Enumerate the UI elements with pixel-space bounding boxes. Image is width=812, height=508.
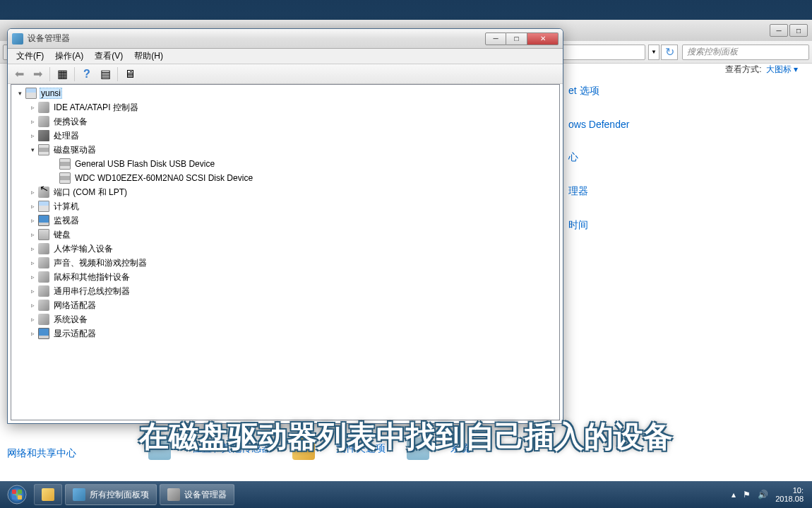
taskbar-item-device-manager[interactable]: 设备管理器 xyxy=(160,484,234,505)
tree-item[interactable]: ▾磁盘驱动器 xyxy=(13,143,558,157)
cpl-item-network-sharing[interactable]: 网络和共享中心 xyxy=(7,447,76,460)
cpl-item[interactable]: 理器 xyxy=(568,185,629,198)
menu-file[interactable]: 文件(F) xyxy=(11,49,49,64)
tree-label: 声音、视频和游戏控制器 xyxy=(52,256,148,270)
expand-arrow-icon[interactable]: ▾ xyxy=(16,89,24,98)
bg-minimize-button[interactable]: ─ xyxy=(770,24,788,37)
cpl-item[interactable]: 心 xyxy=(568,151,629,164)
view-mode-value[interactable]: 大图标 ▾ xyxy=(766,64,798,76)
expand-arrow-icon[interactable]: ▹ xyxy=(28,216,37,225)
svg-rect-1 xyxy=(12,490,16,494)
expand-arrow-icon[interactable]: ▹ xyxy=(28,259,37,267)
device-icon xyxy=(38,116,49,127)
dm-titlebar[interactable]: 设备管理器 ─ □ ✕ xyxy=(8,29,563,49)
svg-rect-4 xyxy=(18,495,22,500)
tree-label: 鼠标和其他指针设备 xyxy=(52,271,131,284)
menu-bar: 文件(F) 操作(A) 查看(V) 帮助(H) xyxy=(8,49,563,64)
tray-time: 10: xyxy=(775,486,804,495)
location-sensors-icon xyxy=(148,437,171,460)
tree-item[interactable]: ▹IDE ATA/ATAPI 控制器 xyxy=(13,100,558,114)
refresh-button[interactable]: ↻ xyxy=(661,45,678,60)
svg-rect-3 xyxy=(12,495,16,500)
tray-show-hidden-icon[interactable]: ▴ xyxy=(732,490,736,500)
expand-arrow-icon[interactable]: ▹ xyxy=(28,287,37,295)
nav-back-button[interactable]: ⬅ xyxy=(11,66,28,82)
device-tree[interactable]: ▾yunsi▹IDE ATA/ATAPI 控制器▹便携设备▹处理器▾磁盘驱动器G… xyxy=(11,84,560,420)
expand-arrow-icon[interactable]: ▹ xyxy=(28,103,37,112)
device-manager-window: 设备管理器 ─ □ ✕ 文件(F) 操作(A) 查看(V) 帮助(H) ⬅ ➡ … xyxy=(7,28,563,424)
tree-item[interactable]: ▾yunsi xyxy=(13,86,558,100)
tree-spacer xyxy=(49,160,58,168)
expand-arrow-icon[interactable]: ▹ xyxy=(28,273,37,281)
tree-item[interactable]: ▹鼠标和其他指针设备 xyxy=(13,270,558,284)
tree-item[interactable]: General USB Flash Disk USB Device xyxy=(13,157,558,171)
tree-item[interactable]: ▹计算机 xyxy=(13,199,558,213)
tree-item[interactable]: ▹系统设备 xyxy=(13,312,558,326)
tray-volume-icon[interactable]: 🔊 xyxy=(758,490,768,500)
nav-forward-button[interactable]: ➡ xyxy=(29,66,46,82)
tree-item[interactable]: ▹通用串行总线控制器 xyxy=(13,284,558,298)
tree-label: yunsi xyxy=(40,88,62,99)
window-title: 设备管理器 xyxy=(28,33,485,45)
device-icon xyxy=(59,172,71,184)
taskbar-item-control-panel[interactable]: 所有控制面板项 xyxy=(65,484,157,505)
maximize-button[interactable]: □ xyxy=(506,33,527,45)
expand-arrow-icon[interactable]: ▹ xyxy=(28,230,37,239)
expand-arrow-icon[interactable]: ▹ xyxy=(28,244,37,253)
tree-item[interactable]: ▹处理器 xyxy=(13,129,558,143)
expand-arrow-icon[interactable]: ▾ xyxy=(28,146,37,154)
device-icon xyxy=(38,285,49,297)
tree-item[interactable]: ▹键盘 xyxy=(13,228,558,242)
menu-view[interactable]: 查看(V) xyxy=(89,49,129,64)
view-details-button[interactable]: ▤ xyxy=(97,66,114,82)
cpl-item-folder-options[interactable]: 文件夹选项 xyxy=(336,442,386,455)
tree-label: 键盘 xyxy=(52,228,72,242)
cpl-item[interactable]: 时间 xyxy=(568,219,629,232)
address-dropdown-button[interactable]: ▼ xyxy=(648,45,659,60)
minimize-button[interactable]: ─ xyxy=(485,33,506,45)
window-buttons: ─ □ ✕ xyxy=(485,33,559,45)
tree-item[interactable]: ▹端口 (COM 和 LPT) xyxy=(13,185,558,199)
expand-arrow-icon[interactable]: ▹ xyxy=(28,117,37,126)
tray-action-center-icon[interactable]: ⚑ xyxy=(743,490,751,500)
device-icon xyxy=(38,102,49,113)
menu-action[interactable]: 操作(A) xyxy=(49,49,89,64)
close-button[interactable]: ✕ xyxy=(527,33,559,45)
start-button[interactable] xyxy=(3,484,31,505)
search-input[interactable]: 搜索控制面板 xyxy=(682,45,809,60)
expand-arrow-icon[interactable]: ▹ xyxy=(28,329,37,338)
arrow-right-icon: ➡ xyxy=(33,67,42,81)
tree-item[interactable]: WDC WD10EZEX-60M2NA0 SCSI Disk Device xyxy=(13,171,558,185)
expand-arrow-icon[interactable]: ▹ xyxy=(28,188,37,196)
tray-clock[interactable]: 10: 2018.08 xyxy=(775,486,804,503)
cpl-item[interactable]: ows Defender xyxy=(568,119,629,130)
tree-label: 监视器 xyxy=(52,214,80,228)
taskbar-explorer-pinned[interactable] xyxy=(34,484,62,505)
cpl-item-system[interactable]: 系统 xyxy=(450,442,470,455)
tree-item[interactable]: ▹监视器 xyxy=(13,213,558,228)
toolbar-separator xyxy=(74,67,75,81)
expand-arrow-icon[interactable]: ▹ xyxy=(28,315,37,324)
view-list-button[interactable]: ▦ xyxy=(54,66,71,82)
device-icon xyxy=(38,215,49,226)
help-button[interactable]: ? xyxy=(78,66,95,82)
scan-button[interactable]: 🖥 xyxy=(121,66,138,82)
taskbar: 所有控制面板项 设备管理器 ▴ ⚑ 🔊 10: 2018.08 xyxy=(0,481,812,508)
tree-item[interactable]: ▹显示适配器 xyxy=(13,326,558,341)
device-icon xyxy=(38,187,49,198)
tree-item[interactable]: ▹人体学输入设备 xyxy=(13,242,558,256)
bg-maximize-button[interactable]: □ xyxy=(789,24,808,37)
device-icon xyxy=(38,144,49,155)
cpl-item[interactable]: et 选项 xyxy=(568,85,629,98)
tree-label: 端口 (COM 和 LPT) xyxy=(52,186,129,199)
tree-item[interactable]: ▹网络适配器 xyxy=(13,298,558,312)
tree-item[interactable]: ▹便携设备 xyxy=(13,114,558,129)
details-icon: ▤ xyxy=(100,67,111,81)
cpl-item-location[interactable]: 位置和其他传感器 xyxy=(192,442,271,455)
menu-help[interactable]: 帮助(H) xyxy=(129,49,169,64)
tree-item[interactable]: ▹声音、视频和游戏控制器 xyxy=(13,256,558,270)
expand-arrow-icon[interactable]: ▹ xyxy=(28,131,37,140)
expand-arrow-icon[interactable]: ▹ xyxy=(28,202,37,211)
expand-arrow-icon[interactable]: ▹ xyxy=(28,301,37,309)
toolbar-separator xyxy=(117,67,118,81)
